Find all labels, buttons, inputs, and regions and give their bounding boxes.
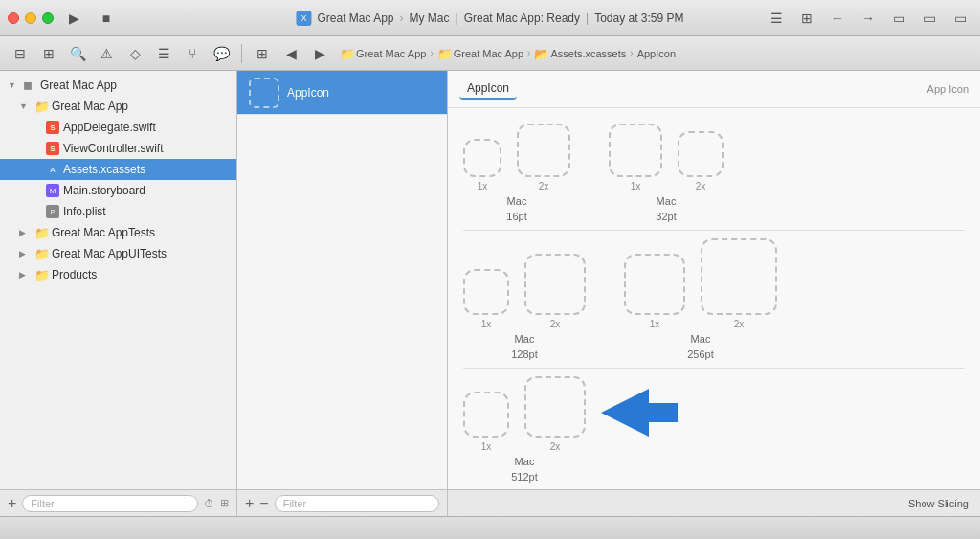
- icon-slot-32-2x[interactable]: 2x: [678, 131, 724, 191]
- icon-box-512-2x[interactable]: [524, 376, 586, 438]
- crumb-2[interactable]: 📁 Great Mac App: [437, 47, 523, 60]
- icon-group-32pt: 1x 2x Mac 32pt: [609, 124, 724, 222]
- icon-slot-128-2x[interactable]: 2x: [524, 254, 586, 329]
- icon-slot-256-1x[interactable]: 1x: [624, 254, 685, 329]
- sidebar-footer: + ⏱ ⊞: [0, 489, 236, 516]
- title-bar: ▶ ■ X Great Mac App › My Mac | Great Mac…: [0, 0, 980, 36]
- filter-options-btn[interactable]: ⏱: [204, 498, 214, 509]
- panel-toggle-3[interactable]: ▭: [947, 8, 972, 29]
- icon-group-128pt: 1x 2x Mac 128pt: [463, 254, 586, 360]
- icon-slot-256-2x[interactable]: 2x: [701, 238, 777, 329]
- sidebar-item-storyboard[interactable]: M Main.storyboard: [0, 180, 236, 201]
- sidebar-item-root[interactable]: ◼ Great Mac App: [0, 75, 236, 96]
- root-icon: ◼: [23, 79, 36, 92]
- crumb-label-4: AppIcon: [637, 48, 676, 59]
- view-toggle-1[interactable]: ☰: [764, 8, 789, 29]
- list-btn[interactable]: ☰: [151, 43, 176, 64]
- app-icon: X: [296, 11, 311, 26]
- sidebar-item-appdelegate[interactable]: S AppDelegate.swift: [0, 117, 236, 138]
- group-label-128pt-2: 128pt: [511, 348, 538, 360]
- group-label-16pt-1: Mac: [507, 195, 527, 207]
- remove-asset-button[interactable]: −: [259, 496, 268, 511]
- folder-icon-3: 📂: [534, 47, 547, 60]
- panel-toggle-2[interactable]: ▭: [917, 8, 942, 29]
- right-panel-section-label: App Icon: [927, 83, 969, 95]
- icon-box-16-1x[interactable]: [463, 139, 501, 177]
- filter-sort-btn[interactable]: ⊞: [220, 497, 229, 509]
- asset-list: AppIcon: [237, 71, 447, 489]
- icon-slot-512-2x[interactable]: 2x: [524, 376, 586, 452]
- storyboard-icon: M: [46, 184, 59, 197]
- forward-button[interactable]: →: [856, 8, 880, 29]
- grid-view-btn[interactable]: ⊞: [250, 43, 275, 64]
- sidebar-item-assets[interactable]: A Assets.xcassets: [0, 159, 236, 180]
- sidebar-item-app[interactable]: 📁 Great Mac App: [0, 96, 236, 117]
- stop-button[interactable]: ■: [94, 8, 119, 29]
- warning-btn[interactable]: ⚠: [94, 43, 119, 64]
- sidebar-item-uitests[interactable]: 📁 Great Mac AppUITests: [0, 243, 236, 264]
- sidebar-toggle[interactable]: ⊟: [8, 43, 33, 64]
- sidebar-label-appdelegate: AppDelegate.swift: [63, 121, 156, 134]
- crumb-3[interactable]: 📂 Assets.xcassets: [534, 47, 626, 60]
- arrow-icon-2: [19, 101, 31, 111]
- back-button[interactable]: ←: [825, 8, 850, 29]
- branch-btn[interactable]: ⑂: [180, 43, 205, 64]
- prev-btn[interactable]: ◀: [278, 43, 303, 64]
- minimize-button[interactable]: [25, 12, 36, 24]
- sidebar-label-viewcontroller: ViewController.swift: [63, 142, 163, 155]
- next-btn[interactable]: ▶: [307, 43, 332, 64]
- sidebar-label-root: Great Mac App: [40, 79, 117, 92]
- icon-slots-32pt: 1x 2x: [609, 124, 724, 191]
- icon-slot-512-1x[interactable]: 1x: [463, 392, 509, 452]
- filter-btn[interactable]: ◇: [122, 43, 147, 64]
- sidebar-item-tests[interactable]: 📁 Great Mac AppTests: [0, 222, 236, 243]
- asset-item-icon: [249, 78, 279, 108]
- group-label-256pt-2: 256pt: [687, 348, 714, 360]
- slot-label-256-1x: 1x: [650, 319, 660, 329]
- crumb-1[interactable]: 📁 Great Mac App: [340, 47, 426, 60]
- sidebar-item-viewcontroller[interactable]: S ViewController.swift: [0, 138, 236, 159]
- add-file-button[interactable]: +: [8, 496, 16, 511]
- swift-icon-2: S: [46, 142, 59, 155]
- tab-appicon[interactable]: AppIcon: [459, 79, 517, 100]
- middle-filter-input[interactable]: [275, 495, 439, 512]
- icon-box-512-1x[interactable]: [463, 392, 509, 438]
- group-label-32pt-2: 32pt: [656, 211, 676, 222]
- arrow-icon: [8, 80, 19, 90]
- show-slicing-button[interactable]: Show Slicing: [908, 498, 969, 509]
- sidebar-item-plist[interactable]: P Info.plist: [0, 201, 236, 222]
- icon-box-128-1x[interactable]: [463, 269, 509, 315]
- sidebar: ◼ Great Mac App 📁 Great Mac App S AppDel…: [0, 71, 237, 516]
- icon-box-128-2x[interactable]: [524, 254, 586, 315]
- icon-box-16-2x[interactable]: [517, 124, 570, 177]
- comment-btn[interactable]: 💬: [209, 43, 234, 64]
- asset-item-appicon[interactable]: AppIcon: [237, 71, 447, 115]
- icon-slot-128-1x[interactable]: 1x: [463, 269, 509, 329]
- search-btn[interactable]: 🔍: [65, 43, 90, 64]
- icon-box-32-1x[interactable]: [609, 124, 662, 177]
- icon-box-256-1x[interactable]: [624, 254, 685, 315]
- time-label: Today at 3:59 PM: [594, 11, 683, 25]
- icon-box-32-2x[interactable]: [678, 131, 724, 177]
- separator2: |: [456, 11, 458, 25]
- sidebar-item-products[interactable]: 📁 Products: [0, 264, 236, 285]
- crumb-label-3: Assets.xcassets: [550, 48, 626, 59]
- folder-icon: 📁: [340, 47, 353, 60]
- icon-slot-16-1x[interactable]: 1x: [463, 139, 501, 191]
- icon-box-256-2x[interactable]: [701, 238, 777, 315]
- play-button[interactable]: ▶: [61, 8, 86, 29]
- panel-toggle-1[interactable]: ▭: [886, 8, 911, 29]
- view-toggle-2[interactable]: ⊞: [794, 8, 819, 29]
- crumb-label-1: Great Mac App: [356, 48, 426, 59]
- icon-slot-16-2x[interactable]: 2x: [517, 124, 570, 191]
- crumb-4[interactable]: AppIcon: [637, 48, 676, 59]
- add-asset-button[interactable]: +: [245, 496, 254, 511]
- icon-slot-32-1x[interactable]: 1x: [609, 124, 662, 191]
- hierarchy-btn[interactable]: ⊞: [36, 43, 61, 64]
- slot-label-16-2x: 2x: [539, 181, 549, 191]
- close-button[interactable]: [8, 12, 19, 24]
- traffic-lights: [8, 12, 54, 24]
- maximize-button[interactable]: [42, 12, 54, 24]
- sidebar-filter-input[interactable]: [22, 495, 198, 512]
- sidebar-label-tests: Great Mac AppTests: [52, 226, 155, 239]
